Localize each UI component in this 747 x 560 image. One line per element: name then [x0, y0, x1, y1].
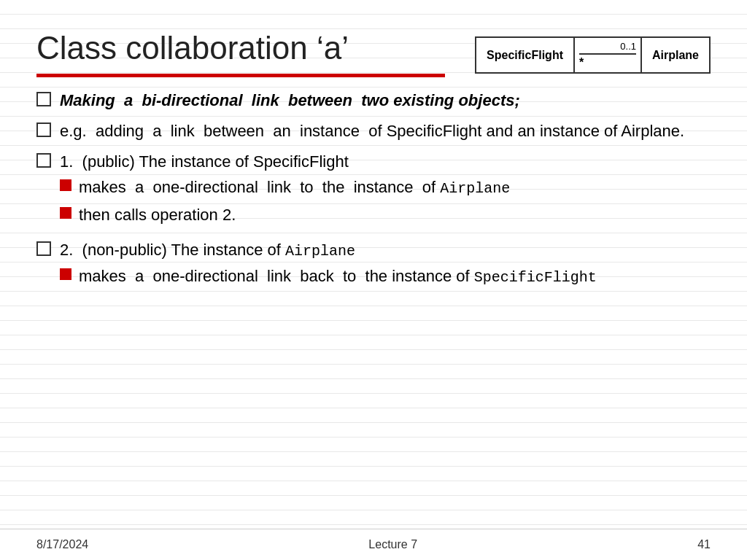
red-square-3-1 — [60, 179, 71, 191]
bullet-list: Making a bi-directional link between two… — [36, 89, 711, 293]
uml-middle: 0..1 * — [575, 38, 640, 72]
footer-lecture: Lecture 7 — [368, 538, 417, 551]
sub-item-3-1: makes a one-directional link to the inst… — [60, 176, 510, 199]
red-divider — [36, 74, 445, 77]
uml-diagram: SpecificFlight 0..1 * Airplane — [475, 36, 711, 74]
checkbox-3 — [36, 153, 51, 168]
uml-hline — [579, 53, 636, 55]
checkbox-2 — [36, 122, 51, 137]
sub-list-4: makes a one-directional link back to the… — [60, 265, 597, 292]
bullet-text-1: Making a bi-directional link between two… — [60, 89, 711, 112]
uml-left-box: SpecificFlight — [476, 38, 575, 72]
bullet-text-3: 1. (public) The instance of SpecificFlig… — [60, 150, 349, 174]
uml-right-box: Airplane — [640, 38, 709, 72]
bullet-item-2: e.g. adding a link between an instance o… — [36, 120, 711, 143]
bullet-item-4: 2. (non-public) The instance of Airplane… — [36, 238, 711, 292]
footer-page: 41 — [697, 538, 711, 551]
footer-date: 8/17/2024 — [36, 538, 88, 551]
red-square-3-2 — [60, 207, 71, 219]
sub-list-3: makes a one-directional link to the inst… — [60, 176, 510, 231]
slide: Class collaboration ‘a’ SpecificFlight 0… — [0, 0, 747, 560]
bullet-item-3: 1. (public) The instance of SpecificFlig… — [36, 150, 711, 232]
bullet-text-4: 2. (non-public) The instance of Airplane — [60, 238, 355, 262]
footer: 8/17/2024 Lecture 7 41 — [0, 529, 747, 560]
checkbox-1 — [36, 92, 51, 106]
uml-multiplicity-num: 0..1 — [579, 41, 636, 52]
red-square-4-1 — [60, 268, 71, 280]
header: Class collaboration ‘a’ SpecificFlight 0… — [36, 15, 711, 89]
bullet-text-2: e.g. adding a link between an instance o… — [60, 120, 711, 143]
uml-multiplicity-star: * — [579, 56, 636, 69]
checkbox-4 — [36, 241, 51, 256]
sub-item-3-2: then calls operation 2. — [60, 203, 510, 227]
bullet-item-1: Making a bi-directional link between two… — [36, 89, 711, 112]
sub-item-4-1: makes a one-directional link back to the… — [60, 265, 597, 288]
slide-title: Class collaboration ‘a’ — [36, 29, 445, 89]
